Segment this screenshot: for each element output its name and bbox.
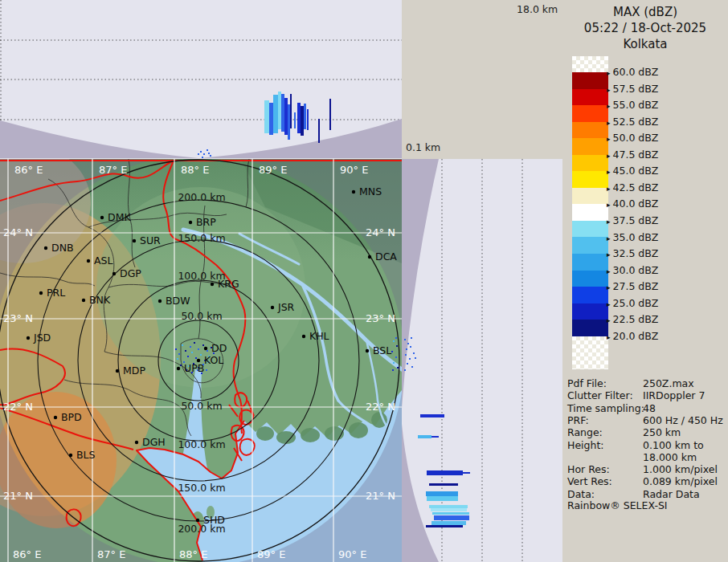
echo-speck: [198, 348, 199, 350]
city-dot-bsl: [366, 349, 369, 352]
legend-entry: ▸57.5 dBZ: [607, 83, 658, 95]
city-label-prl: PRL: [47, 287, 65, 299]
legend-entry-label: 60.0 dBZ: [613, 66, 659, 78]
city-label-kol: KOL: [204, 354, 223, 366]
legend-entry: ▸40.0 dBZ: [607, 198, 658, 210]
echo-speck: [180, 364, 182, 366]
echo-speck: [410, 346, 411, 348]
echo-bar: [434, 515, 469, 520]
echo-speck: [407, 343, 409, 344]
latitude-label: 23° N: [366, 312, 395, 324]
colorbar-band: [572, 287, 608, 303]
echo-speck: [178, 353, 180, 355]
reflectivity-colorbar: [572, 56, 608, 369]
colorbar-band: [572, 221, 608, 238]
echo-speck: [182, 344, 183, 346]
metadata-value: 1.000 km/pixel: [643, 463, 718, 475]
legend-entry: ▸35.0 dBZ: [607, 231, 658, 243]
legend-entry: ▸27.5 dBZ: [607, 280, 658, 292]
legend-entry-label: 40.0 dBZ: [613, 198, 659, 210]
city-dot-dgh: [135, 441, 138, 444]
product-title: MAX (dBZ): [562, 4, 728, 20]
legend-entry-label: 45.0 dBZ: [613, 165, 659, 177]
city-label-dgh: DGH: [142, 436, 166, 448]
latitude-label: 24° N: [366, 226, 395, 238]
city-label-dca: DCA: [375, 250, 397, 263]
metadata-label: Pdf File:: [567, 377, 607, 389]
echo-speck: [175, 348, 177, 350]
metadata-value: 48: [643, 402, 656, 414]
city-label-bnk: BNK: [89, 294, 111, 306]
legend-arrow-icon: ▸: [607, 316, 611, 324]
legend-arrow-icon: ▸: [607, 102, 611, 110]
legend-entry: ▸32.5 dBZ: [607, 247, 658, 259]
city-dot-dca: [368, 255, 371, 259]
echo-speck: [194, 342, 195, 344]
city-dot-mdp: [116, 369, 119, 373]
echo-speck: [207, 350, 208, 352]
city-dot-jsd: [27, 336, 30, 340]
echo-speck: [395, 356, 397, 358]
metadata-row: Hor Res:1.000 km/pixel: [562, 463, 728, 475]
metadata-value: 18.000 km: [643, 451, 697, 463]
legend-entry-label: 47.5 dBZ: [613, 149, 659, 161]
echo-speck: [411, 337, 412, 339]
legend-arrow-icon: ▸: [607, 152, 611, 160]
city-label-jsd: JSD: [33, 332, 51, 344]
legend-arrow-icon: ▸: [607, 218, 611, 226]
software-brand: Rainbow® SELEX-SI: [567, 499, 668, 511]
side-height-profile-panel: [402, 159, 562, 562]
longitude-label: 87° E: [97, 548, 125, 560]
legend-entry: ▸47.5 dBZ: [607, 149, 658, 161]
echo-bar: [432, 512, 469, 515]
city-dot-asl: [87, 259, 90, 263]
colorbar-band: [572, 138, 608, 155]
range-ring-label: 50.0 km: [181, 400, 222, 412]
colorbar-overflow-checker: [572, 56, 608, 72]
echo-bar: [307, 109, 309, 130]
longitude-label: 86° E: [14, 164, 43, 176]
echo-speck: [195, 357, 197, 359]
colorbar-band: [572, 122, 608, 139]
metadata-row: Data:Radar Data: [562, 488, 728, 500]
metadata-value: 250 km: [643, 426, 681, 438]
city-label-krg: KRG: [218, 278, 239, 290]
echo-speck: [411, 366, 413, 368]
metadata-row: PRF:600 Hz / 450 Hz: [562, 414, 728, 426]
echo-bar: [420, 414, 444, 417]
echo-bar: [290, 94, 292, 128]
city-label-khl: KHL: [309, 330, 329, 342]
range-limit-wedge: [402, 159, 439, 408]
top-height-profile-panel: [0, 0, 402, 159]
city-dot-mns: [352, 190, 355, 193]
echo-bar: [427, 496, 458, 501]
metadata-row: 18.000 km: [562, 451, 728, 463]
radar-map-view: 200.0 km150.0 km100.0 km50.0 km50.0 km10…: [0, 159, 402, 562]
echo-bar: [297, 103, 301, 133]
colorbar-band: [572, 188, 608, 205]
echo-speck: [393, 340, 395, 342]
product-datetime: 05:22 / 18-Oct-2025: [562, 20, 728, 36]
metadata-label: Vert Res:: [567, 475, 612, 487]
metadata-label: Time sampling:: [567, 402, 644, 414]
legend-arrow-icon: ▸: [607, 333, 611, 341]
range-ring-label: 200.0 km: [178, 191, 225, 203]
city-label-bls: BLS: [76, 449, 96, 461]
echo-speck: [395, 337, 397, 339]
echo-speck: [177, 358, 178, 360]
legend-entry-label: 52.5 dBZ: [613, 116, 659, 128]
height-axis-max-label: 18.0 km: [517, 3, 558, 15]
metadata-value: 250Z.max: [643, 377, 694, 389]
colorbar-band: [572, 105, 608, 122]
metadata-row: Pdf File:250Z.max: [562, 377, 728, 389]
echo-bar: [284, 98, 288, 135]
legend-arrow-icon: ▸: [607, 250, 611, 259]
echo-speck: [396, 345, 398, 347]
echo-bar: [431, 436, 439, 438]
echo-bar: [288, 104, 290, 140]
metadata-value: Radar Data: [643, 488, 700, 500]
radar-display-window: 18.0 km 0.1 km: [0, 0, 728, 562]
city-label-mns: MNS: [359, 185, 382, 198]
longitude-label: 89° E: [259, 164, 287, 176]
echo-bar: [269, 103, 273, 135]
